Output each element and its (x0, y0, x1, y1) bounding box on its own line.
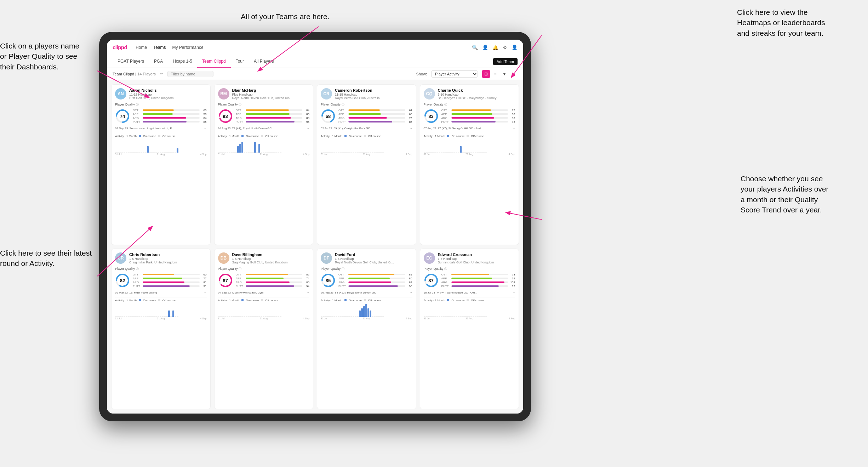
chart-bar (323, 152, 325, 153)
chart-bar (441, 316, 442, 317)
quality-circle[interactable]: 93 (218, 109, 233, 124)
latest-text: Sunset round to get back into it, F... (129, 127, 173, 130)
tab-hcaps[interactable]: Hcaps 1-5 (168, 55, 197, 68)
search-icon[interactable]: 🔍 (472, 45, 478, 50)
chart-bar (363, 306, 365, 317)
chart-date-mid: 21 Aug (466, 317, 473, 320)
show-select[interactable]: Player Activity Quality Score Trend (431, 70, 478, 78)
player-name[interactable]: Dave Billingham (232, 252, 310, 257)
quality-circle[interactable]: 74 (115, 109, 130, 124)
player-card[interactable]: CQ Charlie Quick 6-10 Handicap St. Georg… (420, 84, 519, 245)
stat-row-ott: OTT 89 (338, 273, 412, 276)
nav-link-home[interactable]: Home (136, 44, 147, 51)
grid-view-button[interactable]: ⊞ (482, 70, 490, 78)
quality-circle[interactable]: 87 (218, 273, 233, 288)
chart-date-right: 4 Sep (303, 153, 309, 155)
nav-link-performance[interactable]: My Performance (172, 44, 204, 51)
off-course-dot (364, 299, 366, 301)
chart-bar (473, 316, 474, 317)
chart-bar (449, 316, 451, 317)
player-card[interactable]: AN Aaron Nicholls 11-15 Handicap Drift G… (111, 84, 211, 245)
tab-team-clippd[interactable]: Team Clippd (197, 55, 231, 68)
player-name[interactable]: Aaron Nicholls (129, 88, 207, 93)
chart-bar (434, 316, 436, 317)
quality-circle[interactable]: 82 (115, 273, 130, 288)
player-name[interactable]: Blair McHarg (232, 88, 310, 93)
chart-bar (477, 316, 479, 317)
nav-logo[interactable]: clippd (113, 44, 127, 50)
filter-input[interactable] (167, 71, 213, 77)
chart-bar (443, 152, 445, 153)
quality-circle[interactable]: 85 (321, 273, 336, 288)
player-name[interactable]: Edward Crossman (438, 252, 515, 257)
stat-row-ott: OTT 77 (441, 109, 515, 112)
tab-pgat[interactable]: PGAT Players (113, 55, 149, 68)
player-card[interactable]: BM Blair McHarg Plus Handicap Royal Nort… (214, 84, 314, 245)
chart-bar (470, 152, 472, 153)
stat-bar-bg (143, 117, 200, 119)
chart-bar (468, 152, 470, 153)
nav-link-teams[interactable]: Teams (153, 44, 166, 51)
chart-bar (430, 316, 432, 317)
player-info: Aaron Nicholls 11-15 Handicap Drift Golf… (129, 88, 207, 101)
quality-circle[interactable]: 83 (424, 109, 439, 124)
stat-value: 74 (304, 277, 309, 280)
player-card[interactable]: DB Dave Billingham 1-5 Handicap Sag Magi… (214, 249, 314, 409)
tab-all-players[interactable]: All Players (249, 55, 279, 68)
chart-bar (177, 148, 178, 153)
player-name[interactable]: Chris Robertson (129, 252, 207, 257)
latest-round[interactable]: 18 Jul 23 74 (+4), Sunningdale GC - Old.… (424, 290, 515, 295)
latest-round[interactable]: 02 Jul 23 59 (+1), Craigimillar Park GC … (321, 126, 412, 131)
person-icon[interactable]: 👤 (482, 45, 488, 50)
player-name[interactable]: Cameron Robertson (335, 88, 412, 93)
add-team-button[interactable]: Add Team (493, 58, 518, 65)
list-view-button[interactable]: ≡ (491, 70, 499, 78)
quality-circle[interactable]: 87 (424, 273, 439, 288)
chart-bar (428, 316, 430, 317)
chart-bar (267, 152, 269, 153)
latest-text: 74 (+4), Sunningdale GC - Old... (436, 291, 477, 294)
team-label: Team Clippd | 14 Players (113, 72, 156, 76)
stat-bar (246, 121, 295, 123)
chart-bar (158, 152, 159, 153)
avatar-icon[interactable]: 👤 (512, 45, 518, 50)
quality-circle[interactable]: 68 (321, 109, 336, 124)
player-name[interactable]: David Ford (335, 252, 412, 257)
player-name[interactable]: Charlie Quick (438, 88, 515, 93)
tab-tour[interactable]: Tour (231, 55, 249, 68)
latest-round[interactable]: 26 Aug 23 84 (+12), Royal North Devon GC… (321, 290, 412, 295)
chart-bar (321, 316, 322, 317)
chart-date-left: 31 Jul (115, 153, 122, 155)
latest-round[interactable]: 04 Sep 23 Mobility with coach, Gym → (218, 290, 310, 295)
stat-bar-bg (348, 117, 405, 119)
bell-icon[interactable]: 🔔 (492, 45, 498, 50)
chart-bar (175, 152, 176, 153)
latest-round[interactable]: 02 Sep 23 Sunset round to get back into … (115, 126, 207, 131)
latest-round[interactable]: 05 Mar 23 19, Must make putting → (115, 290, 207, 295)
player-card[interactable]: DF David Ford 1-5 Handicap Royal North D… (317, 249, 416, 409)
latest-round[interactable]: 07 Aug 23 77 (+7), St George's Hill GC -… (424, 126, 515, 131)
chart-bar (265, 316, 267, 317)
chart-bar (350, 152, 352, 153)
latest-round[interactable]: 26 Aug 23 73 (+1), Royal North Devon GC … (218, 126, 310, 131)
player-card[interactable]: EC Edward Crossman 1-5 Handicap Sunningd… (420, 249, 519, 409)
chart-bar (151, 316, 153, 317)
chart-bar (382, 316, 384, 317)
quality-row: 74 OTT 60 APP 58 ARG (115, 109, 207, 124)
player-card[interactable]: CR Cameron Robertson 11-15 Handicap Roya… (317, 84, 416, 245)
filter-view-button[interactable]: ▼ (501, 70, 508, 78)
chart-bar (166, 316, 168, 317)
stat-bar (451, 109, 491, 111)
settings-icon[interactable]: ⚙ (503, 45, 507, 50)
chart-bar (145, 316, 147, 317)
stat-bar (143, 109, 174, 111)
chart-bar (460, 316, 462, 317)
off-course-dot (158, 135, 160, 137)
chart-bar (336, 152, 337, 153)
sort-view-button[interactable]: ↑↓ (510, 70, 518, 78)
chart-bar (456, 152, 457, 153)
player-card[interactable]: CR Chris Robertson 1-5 Handicap Craigimi… (111, 249, 211, 409)
tab-pga[interactable]: PGA (149, 55, 168, 68)
activity-chart (424, 138, 515, 153)
edit-icon[interactable]: ✏ (160, 72, 163, 76)
